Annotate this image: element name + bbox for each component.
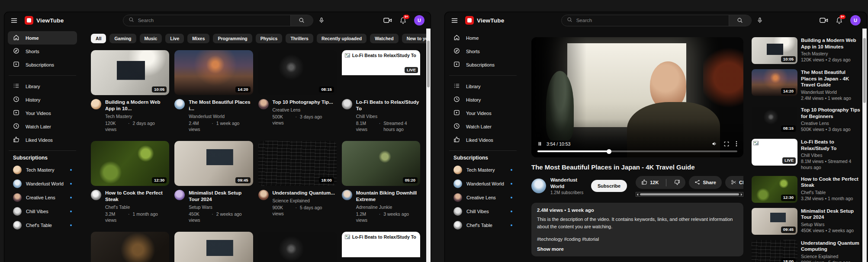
sidebar-channel-creative-lens[interactable]: Creative Lens bbox=[448, 191, 518, 204]
video-card[interactable]: 18:00 Understanding Quantum... Science E… bbox=[258, 141, 337, 223]
sidebar-item-library[interactable]: Library bbox=[448, 80, 518, 93]
actions-horizontal-scrollbar[interactable] bbox=[636, 192, 743, 197]
search-input[interactable] bbox=[576, 18, 723, 23]
sidebar-channel-wanderlust-world[interactable]: Wanderlust World bbox=[8, 177, 77, 191]
create-video-icon[interactable] bbox=[820, 17, 828, 23]
chip-music[interactable]: Music bbox=[140, 34, 162, 43]
video-thumbnail[interactable] bbox=[174, 232, 253, 262]
video-thumbnail[interactable]: 09:45 bbox=[174, 141, 253, 186]
video-title[interactable]: The Most Beautiful Places i... bbox=[189, 99, 253, 112]
sidebar-item-subscriptions[interactable]: Subscriptions bbox=[8, 58, 77, 71]
chip-gaming[interactable]: Gaming bbox=[109, 34, 136, 43]
voice-search-button[interactable] bbox=[318, 17, 325, 24]
search-submit-button[interactable] bbox=[729, 15, 751, 26]
scroll-left-arrow[interactable] bbox=[637, 193, 638, 196]
channel-name[interactable]: Setup Wars bbox=[189, 204, 253, 210]
related-channel[interactable]: Chef's Table bbox=[801, 190, 862, 195]
menu-button[interactable] bbox=[451, 17, 458, 24]
video-card[interactable]: 09:45 Minimalist Desk Setup Tour 2024 Se… bbox=[174, 141, 253, 223]
related-video[interactable]: 14:20 The Most Beautiful Places in Japan… bbox=[752, 69, 862, 102]
related-thumbnail[interactable]: 14:20 bbox=[752, 69, 797, 96]
description-box[interactable]: 2.4M views • 1 week ago This is the desc… bbox=[531, 203, 743, 256]
video-thumbnail[interactable]: Lo-Fi Beats to Relax/Study To bbox=[342, 232, 420, 262]
chip-physics[interactable]: Physics bbox=[256, 34, 283, 43]
scrollbar-thumb[interactable] bbox=[863, 38, 866, 103]
chip-thrillers[interactable]: Thrillers bbox=[286, 34, 313, 43]
channel-name[interactable]: Creative Lens bbox=[273, 107, 333, 112]
hashtags[interactable]: #technology #coding #tutorial bbox=[537, 236, 738, 242]
sidebar-channel-chefs-table[interactable]: Chef's Table bbox=[448, 218, 518, 232]
chip-watched[interactable]: Watched bbox=[370, 34, 398, 43]
sidebar-item-liked-videos[interactable]: Liked Videos bbox=[448, 133, 518, 147]
sidebar-item-subscriptions[interactable]: Subscriptions bbox=[448, 58, 518, 71]
video-card[interactable] bbox=[91, 232, 169, 262]
chip-live[interactable]: Live bbox=[165, 34, 184, 43]
channel-avatar[interactable] bbox=[91, 190, 101, 200]
video-thumbnail[interactable] bbox=[258, 232, 337, 262]
scrollbar-thumb[interactable] bbox=[640, 193, 739, 195]
video-title[interactable]: Lo-Fi Beats to Relax/Study To bbox=[356, 99, 420, 112]
related-thumbnail[interactable]: 10:05 bbox=[752, 37, 797, 64]
video-thumbnail[interactable]: 12:30 bbox=[91, 141, 169, 186]
brand-logo[interactable]: ViewTube bbox=[465, 16, 504, 25]
menu-button[interactable] bbox=[10, 17, 18, 24]
video-card[interactable]: Lo-Fi Beats to Relax/Study To bbox=[342, 232, 420, 262]
video-card[interactable]: 05:20 Mountain Biking Downhill Extreme A… bbox=[342, 141, 420, 223]
related-title[interactable]: Lo-Fi Beats to Relax/Study To bbox=[801, 139, 862, 151]
sidebar-item-home[interactable]: Home bbox=[8, 31, 77, 45]
sidebar-channel-chill-vibes[interactable]: Chill Vibes bbox=[448, 204, 518, 218]
channel-name[interactable]: Tech Mastery bbox=[105, 114, 169, 119]
search-input[interactable] bbox=[138, 18, 285, 23]
search-submit-button[interactable] bbox=[290, 15, 313, 26]
related-thumbnail[interactable]: 08:15 bbox=[752, 107, 797, 134]
search-field[interactable] bbox=[562, 16, 729, 24]
video-thumbnail[interactable]: 14:20 bbox=[174, 50, 253, 95]
notifications-bell-icon[interactable]: 9+ bbox=[836, 17, 842, 24]
fullscreen-icon[interactable] bbox=[724, 141, 729, 147]
subscribe-button[interactable]: Subscribe bbox=[591, 180, 627, 192]
video-card[interactable]: Lo-Fi Beats to Relax/Study To LIVE Lo-Fi… bbox=[342, 50, 420, 132]
volume-icon[interactable] bbox=[711, 141, 717, 147]
video-thumbnail[interactable]: 18:00 bbox=[258, 141, 337, 186]
sidebar-item-home[interactable]: Home bbox=[448, 31, 518, 45]
voice-search-button[interactable] bbox=[757, 17, 763, 24]
search-bar[interactable] bbox=[561, 15, 752, 26]
seek-bar[interactable] bbox=[537, 150, 737, 152]
share-button[interactable]: Share bbox=[689, 176, 722, 189]
channel-avatar[interactable] bbox=[342, 190, 352, 200]
chip-recently-uploaded[interactable]: Recently uploaded bbox=[317, 34, 366, 43]
sidebar-item-your-videos[interactable]: Your Videos bbox=[8, 106, 77, 120]
search-field[interactable] bbox=[123, 16, 290, 24]
video-title[interactable]: Minimalist Desk Setup Tour 2024 bbox=[189, 190, 253, 203]
search-bar[interactable] bbox=[123, 15, 313, 26]
sidebar-item-shorts[interactable]: Shorts bbox=[448, 45, 518, 58]
channel-avatar[interactable] bbox=[258, 190, 269, 200]
video-thumbnail[interactable]: 08:15 bbox=[258, 50, 337, 95]
brand-logo[interactable]: ViewTube bbox=[25, 16, 64, 25]
video-title[interactable]: Top 10 Photography Tip... bbox=[273, 99, 333, 105]
sidebar-item-your-videos[interactable]: Your Videos bbox=[448, 106, 518, 120]
related-title[interactable]: The Most Beautiful Places in Japan - 4K … bbox=[801, 69, 862, 88]
related-thumbnail[interactable]: LIVE bbox=[752, 139, 797, 166]
user-avatar[interactable]: U bbox=[850, 15, 861, 26]
scroll-right-arrow[interactable] bbox=[741, 193, 742, 196]
related-channel[interactable]: Wanderlust World bbox=[801, 89, 862, 95]
channel-name[interactable]: Adrenaline Junkie bbox=[356, 204, 420, 210]
related-video[interactable]: 08:15 Top 10 Photography Tips for Beginn… bbox=[752, 107, 862, 134]
sidebar-item-watch-later[interactable]: Watch Later bbox=[8, 120, 77, 133]
video-card[interactable] bbox=[258, 232, 337, 262]
video-title[interactable]: Mountain Biking Downhill Extreme bbox=[356, 190, 420, 203]
video-card[interactable]: 10:05 Building a Modern Web App in 10...… bbox=[91, 50, 169, 132]
video-title[interactable]: Understanding Quantum... bbox=[273, 190, 335, 196]
related-video[interactable]: 18:00 Understanding Quantum Computing Sc… bbox=[752, 240, 862, 262]
channel-avatar[interactable] bbox=[258, 99, 269, 109]
related-video[interactable]: LIVE Lo-Fi Beats to Relax/Study To Chill… bbox=[752, 139, 862, 171]
video-card[interactable] bbox=[174, 232, 253, 262]
clip-button[interactable]: Clip bbox=[725, 176, 743, 189]
sidebar-item-history[interactable]: History bbox=[8, 93, 77, 106]
sidebar-item-shorts[interactable]: Shorts bbox=[8, 45, 77, 58]
sidebar-channel-tech-mastery[interactable]: Tech Mastery bbox=[448, 163, 518, 177]
sidebar-channel-chefs-table[interactable]: Chef's Table bbox=[8, 218, 77, 232]
video-card[interactable]: 12:30 How to Cook the Perfect Steak Chef… bbox=[91, 141, 169, 223]
notifications-bell-icon[interactable]: 9+ bbox=[400, 17, 406, 24]
